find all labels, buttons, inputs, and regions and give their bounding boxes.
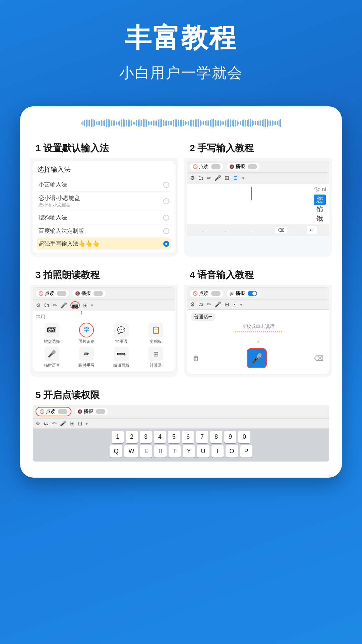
input-item-1: 小艺输入法 [37,178,171,192]
key-3: 3 [140,431,152,443]
input-method-title: 选择输入法 [37,165,171,174]
key-q: Q [110,445,122,458]
func-calc: ⊞ 计算器 [140,346,172,368]
radio-4 [163,228,169,234]
input-item-3: 搜狗输入法 [37,211,171,224]
voice-mic-button[interactable]: 🎤 [247,348,267,368]
key-4: 4 [154,431,166,443]
enter-key: ↵ [307,226,317,234]
trash-icon: 🗑 [193,355,199,362]
func-grid: ⌨ 键盘选择 字 照片识别 💬 [36,323,172,344]
handwrite-toolbar: 🚫 点读 🔇 播报 [187,161,329,173]
voice-toolbar-top: 🚫 点读 🔊 播报 [187,288,329,300]
handwrite-demo: 🚫 点读 🔇 播报 ⚙ 🗂 ✏ 🎤 ⊞ [187,161,329,236]
toggle-read: 🚫 点读 [190,163,223,170]
key-u: U [197,445,209,458]
key-9: 9 [224,431,236,443]
kb-preview-toolbar: 🚫 点读 🔇 播报 [33,405,329,419]
suggestion-box: 你: ni 您 饰 饿 [314,186,326,223]
key-p: P [240,445,252,458]
tutorial-5-label: 5 开启点读权限 [30,383,332,405]
voice-hint: 长按或单击说话 [191,324,325,330]
keyboard-rows: 1 2 3 4 5 6 7 8 9 0 Q W E R T Y [33,429,329,462]
tutorial-1: 1 设置默认输入法 选择输入法 小艺输入法 恋小语·小恋键盘 恋小语·小恋键盘 … [30,137,178,257]
func-grid-row2: 🎤 临时语音 ✏ 临时手写 ⟺ [36,346,172,368]
tutorial-1-label: 1 设置默认输入法 [30,137,178,158]
cursor-line [251,187,252,200]
key-y: Y [183,445,195,458]
phone-container: // Generate wave bars inline document.cu… [20,106,342,478]
func-phrases: 💬 常用语 [105,323,137,344]
kb-row-numbers: 1 2 3 4 5 6 7 8 9 0 [35,431,327,443]
key-i: I [212,445,224,458]
radio-3 [163,215,169,221]
key-0: 0 [238,431,250,443]
key-5: 5 [168,431,180,443]
page-subtitle: 小白用户一学就会 [13,63,349,83]
toggle-read-4: 🚫 点读 [190,290,223,297]
header: 丰富教程 小白用户一学就会 [0,0,362,96]
key-7: 7 [196,431,208,443]
voice-controls: 🗑 🎤 ⌫ [191,346,325,370]
key-o: O [226,445,238,458]
radio-2 [163,198,169,204]
toggle-read-5-highlighted: 🚫 点读 [36,407,71,416]
tutorial-2: 2 手写输入教程 🚫 点读 🔇 播报 [184,137,332,257]
photo-toolbar-top: 🚫 点读 🔇 播报 [33,288,175,300]
photo-icon-toolbar: ⚙ 🗂 ✏ 🎤 📷 ⊞ ▾ ↑ [33,300,175,311]
voice-waveform: document.currentScript.insertAdjacentHTM… [191,331,325,332]
key-6: 6 [182,431,194,443]
icon-toolbar: ⚙ 🗂 ✏ 🎤 ⊞ ⊡ ▾ [187,173,329,183]
toggle-broadcast-4: 🔊 播报 [227,290,260,297]
radio-5-selected [163,241,169,247]
toggle-broadcast-5: 🔇 播报 [75,408,108,415]
voice-icon-toolbar: ⚙ 🗂 ✏ 🎤 ⊞ ⊡ ▾ [187,300,329,310]
key-2: 2 [126,431,138,443]
voice-lang: 普通话⇌ [191,313,216,321]
key-1: 1 [112,431,124,443]
page-title: 丰富教程 [13,20,349,56]
tutorials-grid: 1 设置默认输入法 选择输入法 小艺输入法 恋小语·小恋键盘 恋小语·小恋键盘 … [30,137,332,377]
tutorial-2-label: 2 手写输入教程 [184,137,332,158]
handwrite-area: 你: ni 您 饰 饿 [187,183,329,224]
key-t: T [169,445,181,458]
delete-key: ⌫ [275,227,287,233]
voice-demo: 🚫 点读 🔊 播报 ⚙ 🗂 [187,287,329,374]
audio-wave: // Generate wave bars inline document.cu… [30,116,332,130]
toggle-read-3: 🚫 点读 [36,290,69,297]
tutorial-4: 4 语音输入教程 🚫 点读 🔊 播报 [184,263,332,377]
func-clipboard: 📋 剪贴板 [140,323,172,344]
keyboard-bottom: ， 。 ＿ ⌫ ↵ [187,224,329,236]
tutorial-3: 3 拍照朗读教程 🚫 点读 🔇 播报 [30,263,178,377]
func-handwrite: ✏ 临时手写 [71,346,103,368]
tutorial-5: 5 开启点读权限 🚫 点读 🔇 播报 ⚙ 🗂 ✏ 🎤 [30,383,332,464]
backspace-icon: ⌫ [314,354,323,362]
kb-row-qwerty: Q W E R T Y U I O P [35,445,327,458]
tutorial-4-label: 4 语音输入教程 [184,263,332,285]
photo-demo: 🚫 点读 🔇 播报 ⚙ 🗂 ✏ 🎤 [33,287,175,371]
key-e: E [140,445,152,458]
toggle-broadcast: 🔇 播报 [227,163,260,170]
func-photo: 字 照片识别 [71,323,103,344]
camera-highlight-icon: 📷 [70,301,80,309]
voice-area: 普通话⇌ 长按或单击说话 document.currentScript.inse… [187,310,329,374]
kb5-icon-toolbar: ⚙ 🗂 ✏ 🎤 ⊞ ⊡ ▾ [33,419,329,429]
func-edit: ⟺ 编辑面板 [105,346,137,368]
keyboard-preview-5: 🚫 点读 🔇 播报 ⚙ 🗂 ✏ 🎤 ⊞ ⊡ ▾ [33,405,329,462]
arrow-up-3: ↑ [80,309,83,316]
key-8: 8 [210,431,222,443]
arrow-down-4: ↓ [191,335,325,344]
radio-1 [163,182,169,188]
input-item-4: 百度输入法定制版 [37,224,171,238]
key-r: R [154,445,167,458]
toggle-broadcast-3: 🔇 播报 [72,290,106,297]
input-method-selector: 选择输入法 小艺输入法 恋小语·小恋键盘 恋小语·小恋键盘 搜狗输入法 [33,161,175,254]
key-w: W [124,445,138,458]
input-item-2: 恋小语·小恋键盘 恋小语·小恋键盘 [37,192,171,211]
toggle-on-blue [248,291,257,296]
func-keyboard: ⌨ 键盘选择 [36,323,68,344]
func-menu: 常用 ⌨ 键盘选择 字 照片识别 [33,311,175,371]
tutorial-3-label: 3 拍照朗读教程 [30,263,178,285]
func-voice: 🎤 临时语音 [36,346,68,368]
input-item-5-highlight: 超强手写输入法👆👆👆 [37,238,171,250]
